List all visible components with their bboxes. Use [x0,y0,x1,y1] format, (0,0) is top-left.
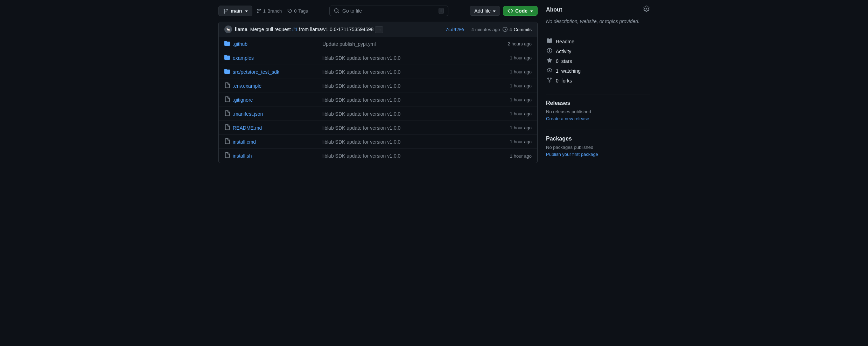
commit-author[interactable]: llama [235,27,247,32]
file-time: 1 hour ago [476,125,532,130]
activity-link[interactable]: Activity [546,46,650,56]
file-icon [224,82,230,89]
commits-label: Commits [514,27,532,32]
file-time: 1 hour ago [476,83,532,88]
file-icon [224,124,230,131]
activity-label: Activity [556,49,571,54]
folder-icon [224,55,230,62]
code-button[interactable]: Code [503,6,538,16]
pr-link[interactable]: #1 [292,27,298,32]
file-icon [224,138,230,145]
git-branch-icon [223,8,229,14]
about-title: About [546,7,562,13]
commit-hash[interactable]: 7cd9205 [445,27,464,32]
readme-link[interactable]: Readme [546,37,650,46]
folder-icon [224,41,230,48]
readme-label: Readme [556,39,574,44]
sidebar: About No description, website, or topics… [546,6,650,165]
search-shortcut: t [439,8,444,14]
file-name[interactable]: .gitignore [224,96,322,103]
table-row: .manifest.json liblab SDK update for ver… [219,107,537,121]
stars-link[interactable]: 0 stars [546,56,650,66]
folder-icon [224,69,230,75]
commits-button[interactable]: 4 Commits [503,27,532,32]
book-icon [546,38,553,45]
releases-section: Releases No releases published Create a … [546,100,650,121]
add-file-chevron-icon [492,8,496,14]
meta-links: 1 Branch 0 Tags [257,8,308,14]
tags-link[interactable]: 0 Tags [287,8,308,14]
branches-link[interactable]: 1 Branch [257,8,282,14]
file-time: 1 hour ago [476,111,532,116]
file-commit-msg: liblab SDK update for version v1.0.0 [322,125,476,131]
file-time: 1 hour ago [476,139,532,144]
file-commit-msg: liblab SDK update for version v1.0.0 [322,139,476,145]
file-commit-msg: Update publish_pypi.yml [322,41,476,47]
search-icon [334,8,340,14]
publish-package-link[interactable]: Publish your first package [546,152,598,157]
file-time: 1 hour ago [476,55,532,60]
search-placeholder: Go to file [342,8,362,14]
file-commit-msg: liblab SDK update for version v1.0.0 [322,83,476,89]
stars-count: 0 [556,58,559,64]
commit-hash-area: 7cd9205 · 4 minutes ago 4 Commits [445,27,532,32]
table-row: .gitignore liblab SDK update for version… [219,93,537,107]
file-icon [224,96,230,103]
commit-time: 4 minutes ago [471,27,500,32]
table-row: src/petstore_test_sdk liblab SDK update … [219,65,537,79]
file-name[interactable]: README.md [224,124,322,131]
file-commit-msg: liblab SDK update for version v1.0.0 [322,97,476,103]
branch-chevron-icon [244,8,248,14]
add-file-button[interactable]: Add file [470,6,500,16]
file-name[interactable]: install.cmd [224,138,322,145]
branch-count: 1 [263,8,266,14]
file-commit-msg: liblab SDK update for version v1.0.0 [322,55,476,61]
commit-message: Merge pull request #1 from llama/v1.0.0-… [250,27,443,32]
branch-label: Branch [267,8,282,14]
file-time: 1 hour ago [476,97,532,102]
file-icon [224,152,230,159]
about-section: About No description, website, or topics… [546,6,650,86]
tags-count: 0 [294,8,296,14]
branch-selector[interactable]: main [218,6,252,16]
watching-link[interactable]: 1 watching [546,66,650,76]
code-label: Code [515,8,527,14]
file-name[interactable]: .github [224,41,322,48]
search-bar[interactable]: Go to file t [329,6,448,16]
commit-separator: · [467,27,469,32]
file-commit-msg: liblab SDK update for version v1.0.0 [322,69,476,75]
avatar: 🦙 [224,26,232,33]
releases-title: Releases [546,100,650,106]
packages-title: Packages [546,136,650,142]
commit-header: 🦙 llama Merge pull request #1 from llama… [219,22,537,37]
file-time: 2 hours ago [476,41,532,46]
table-row: README.md liblab SDK update for version … [219,121,537,135]
forks-count: 0 [556,78,559,84]
commits-count: 4 [509,27,512,32]
watching-count: 1 [556,68,559,74]
about-description: No description, website, or topics provi… [546,18,650,25]
clock-icon [503,27,507,32]
create-release-link[interactable]: Create a new release [546,116,589,121]
activity-icon [546,48,553,55]
file-name[interactable]: .env.example [224,82,322,89]
file-commit-msg: liblab SDK update for version v1.0.0 [322,111,476,117]
table-row: install.cmd liblab SDK update for versio… [219,135,537,149]
code-icon [507,8,513,14]
table-row: .github Update publish_pypi.yml 2 hours … [219,37,537,51]
settings-icon[interactable] [643,6,650,14]
stars-label: stars [561,58,572,64]
star-icon [546,58,553,65]
file-icon [224,110,230,117]
code-chevron-icon [530,8,533,14]
file-time: 1 hour ago [476,153,532,159]
forks-link[interactable]: 0 forks [546,76,650,86]
file-name[interactable]: install.sh [224,152,322,159]
file-name[interactable]: examples [224,55,322,62]
eye-icon [546,67,553,74]
repo-table: 🦙 llama Merge pull request #1 from llama… [218,22,538,163]
file-name[interactable]: .manifest.json [224,110,322,117]
file-name[interactable]: src/petstore_test_sdk [224,69,322,75]
watching-label: watching [561,68,581,74]
commit-dots[interactable]: ··· [375,26,383,33]
